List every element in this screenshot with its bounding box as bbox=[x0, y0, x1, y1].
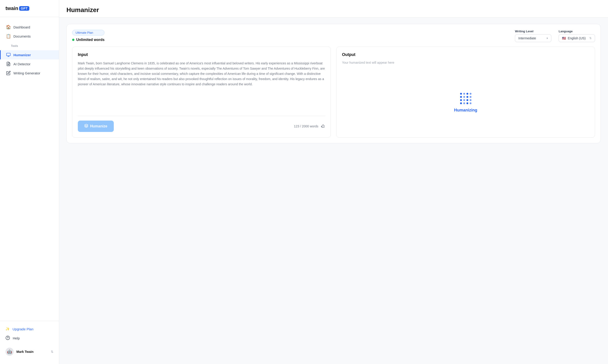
card-top-right: Writing Level Intermediate ▾ Language 🇺🇸… bbox=[515, 30, 595, 42]
language-group: Language 🇺🇸 English (US) ⇅ bbox=[559, 30, 595, 42]
output-panel: Output Your humanized text will appear h… bbox=[336, 47, 595, 138]
dot bbox=[470, 93, 471, 95]
sidebar-item-label: Humanizer bbox=[13, 53, 31, 57]
humanize-button[interactable]: Humanize bbox=[78, 121, 114, 132]
sidebar-item-humanizer[interactable]: Humanizer bbox=[0, 50, 59, 59]
chevron-down-icon: ▾ bbox=[547, 37, 548, 40]
dot bbox=[466, 102, 468, 104]
writing-level-label: Writing Level bbox=[515, 30, 551, 33]
writing-level-value: Intermediate bbox=[518, 36, 536, 40]
dot bbox=[466, 96, 468, 98]
card-top-left: Ultimate Plan Unlimited words bbox=[72, 30, 104, 42]
input-text[interactable]: Mark Twain, born Samuel Langhorne Clemen… bbox=[78, 61, 325, 112]
language-select[interactable]: 🇺🇸 English (US) ⇅ bbox=[559, 34, 595, 42]
humanizing-area: Humanizing bbox=[342, 74, 589, 132]
page-header: Humanizer bbox=[59, 0, 608, 17]
humanizer-icon bbox=[6, 52, 11, 57]
writing-level-group: Writing Level Intermediate ▾ bbox=[515, 30, 551, 42]
avatar: 🤖 bbox=[5, 348, 14, 356]
logo-area: twain GPT bbox=[0, 5, 59, 17]
dot bbox=[470, 96, 471, 98]
panels: Input Mark Twain, born Samuel Langhorne … bbox=[72, 47, 595, 138]
humanize-icon bbox=[84, 124, 88, 129]
chevron-updown-icon: ⇅ bbox=[51, 350, 53, 353]
output-placeholder: Your humanized text will appear here bbox=[342, 61, 589, 64]
documents-icon: 📋 bbox=[6, 34, 11, 39]
humanize-label: Humanize bbox=[90, 124, 107, 128]
sidebar-bottom: ✨ Upgrade Plan Help 🤖 Mark Twain ⇅ bbox=[0, 321, 59, 359]
language-value: English (US) bbox=[568, 36, 586, 40]
unlimited-words: Unlimited words bbox=[72, 38, 104, 42]
writing-level-select[interactable]: Intermediate ▾ bbox=[515, 34, 551, 42]
dot bbox=[466, 99, 468, 101]
word-count: 123 / 2000 words bbox=[294, 124, 325, 129]
dot bbox=[470, 99, 471, 101]
content-area: Ultimate Plan Unlimited words Writing Le… bbox=[59, 17, 608, 364]
sidebar-item-dashboard[interactable]: 🏠 Dashboard bbox=[0, 23, 59, 32]
ai-detector-icon bbox=[6, 62, 11, 66]
user-name: Mark Twain bbox=[16, 350, 48, 353]
dot bbox=[463, 93, 465, 95]
sidebar-item-writing-generator[interactable]: Writing Generator bbox=[0, 68, 59, 78]
tools-label: Tools bbox=[5, 44, 53, 48]
dot bbox=[460, 99, 462, 101]
help-label: Help bbox=[13, 336, 20, 340]
green-dot bbox=[72, 39, 74, 41]
dot bbox=[460, 102, 462, 104]
help-button[interactable]: Help bbox=[0, 333, 59, 343]
writing-generator-icon bbox=[6, 71, 11, 75]
tools-section: Tools bbox=[0, 41, 59, 49]
main-nav: 🏠 Dashboard 📋 Documents bbox=[0, 23, 59, 41]
svg-rect-0 bbox=[7, 53, 11, 56]
sidebar-item-documents[interactable]: 📋 Documents bbox=[0, 32, 59, 41]
logo-text: twain bbox=[5, 5, 18, 11]
card-top: Ultimate Plan Unlimited words Writing Le… bbox=[72, 30, 595, 42]
output-title: Output bbox=[342, 52, 589, 57]
input-title: Input bbox=[78, 52, 325, 57]
dot bbox=[470, 102, 471, 104]
tools-nav: Humanizer AI Detector Writing Generator bbox=[0, 50, 59, 78]
sidebar-item-label: Writing Generator bbox=[13, 71, 40, 75]
chevron-updown-icon: ⇅ bbox=[589, 37, 592, 40]
upgrade-plan-button[interactable]: ✨ Upgrade Plan bbox=[0, 325, 59, 333]
user-area[interactable]: 🤖 Mark Twain ⇅ bbox=[0, 345, 59, 359]
dot bbox=[460, 93, 462, 95]
upgrade-icon: ✨ bbox=[5, 327, 10, 331]
humanizing-label: Humanizing bbox=[454, 108, 477, 113]
humanizing-dots bbox=[460, 93, 471, 104]
language-label: Language bbox=[559, 30, 595, 33]
sidebar-item-ai-detector[interactable]: AI Detector bbox=[0, 59, 59, 68]
sidebar: twain GPT 🏠 Dashboard 📋 Documents Tools … bbox=[0, 0, 59, 364]
help-icon bbox=[5, 336, 10, 341]
language-flag: 🇺🇸 bbox=[562, 36, 566, 40]
sidebar-item-label: Dashboard bbox=[13, 25, 30, 29]
dot bbox=[463, 99, 465, 101]
upgrade-label: Upgrade Plan bbox=[13, 327, 33, 331]
humanizer-card: Ultimate Plan Unlimited words Writing Le… bbox=[66, 24, 601, 143]
home-icon: 🏠 bbox=[6, 25, 11, 29]
input-bottom-bar: Humanize 123 / 2000 words bbox=[78, 116, 325, 132]
sidebar-item-label: Documents bbox=[13, 34, 31, 38]
unlimited-words-label: Unlimited words bbox=[76, 38, 104, 42]
plan-badge: Ultimate Plan bbox=[72, 30, 104, 36]
dot bbox=[463, 96, 465, 98]
sidebar-item-label: AI Detector bbox=[13, 62, 30, 66]
eraser-icon[interactable] bbox=[321, 124, 325, 129]
dot bbox=[466, 93, 468, 95]
dot bbox=[460, 96, 462, 98]
dot bbox=[463, 102, 465, 104]
page-title: Humanizer bbox=[66, 6, 601, 14]
logo: twain GPT bbox=[5, 5, 53, 11]
input-panel: Input Mark Twain, born Samuel Langhorne … bbox=[72, 47, 331, 138]
word-count-value: 123 / 2000 words bbox=[294, 124, 318, 128]
logo-badge: GPT bbox=[19, 6, 29, 11]
main-content: Humanizer Ultimate Plan Unlimited words … bbox=[59, 0, 608, 364]
